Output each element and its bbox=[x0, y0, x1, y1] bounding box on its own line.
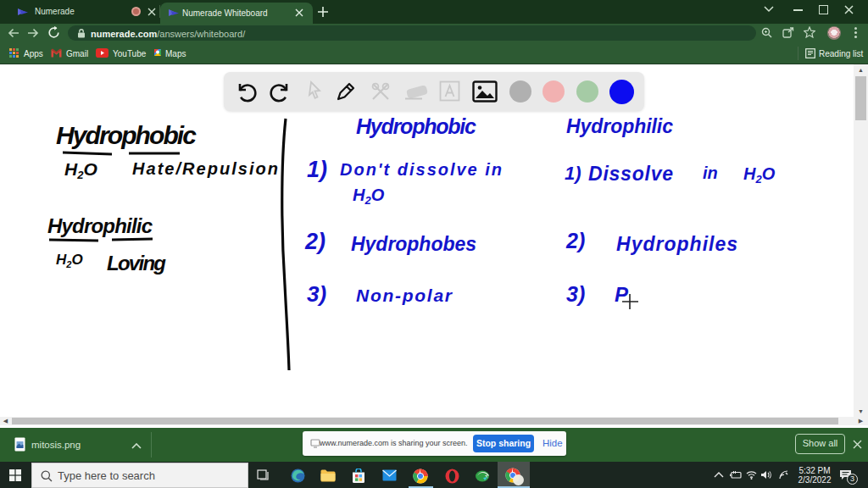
svg-text:Hydrophobic: Hydrophobic bbox=[356, 114, 476, 138]
svg-text:2): 2) bbox=[304, 229, 326, 254]
svg-text:Loving: Loving bbox=[107, 252, 166, 274]
svg-text:H2O: H2O bbox=[56, 252, 83, 269]
svg-text:H2O: H2O bbox=[743, 164, 776, 186]
svg-text:Hydrophobic: Hydrophobic bbox=[56, 121, 197, 149]
svg-text:Dissolve: Dissolve bbox=[588, 163, 673, 185]
svg-text:Hydrophilic: Hydrophilic bbox=[47, 214, 153, 237]
svg-text:1): 1) bbox=[307, 157, 327, 182]
svg-text:Hydrophobes: Hydrophobes bbox=[351, 233, 476, 255]
svg-text:Hate/Repulsion: Hate/Repulsion bbox=[132, 159, 278, 178]
svg-text:3): 3) bbox=[307, 281, 326, 307]
svg-text:Hydrophilic: Hydrophilic bbox=[566, 115, 673, 137]
svg-text:Non-polar: Non-polar bbox=[356, 286, 453, 305]
svg-text:1): 1) bbox=[565, 163, 581, 184]
svg-text:2): 2) bbox=[565, 229, 585, 252]
svg-text:Don't dissolve in: Don't dissolve in bbox=[340, 160, 502, 179]
svg-text:H2O: H2O bbox=[64, 159, 97, 181]
svg-text:P: P bbox=[615, 283, 629, 306]
svg-text:3): 3) bbox=[566, 282, 585, 306]
svg-text:Hydrophiles: Hydrophiles bbox=[616, 233, 737, 255]
svg-text:H2O: H2O bbox=[353, 186, 385, 207]
svg-text:in: in bbox=[703, 164, 718, 182]
